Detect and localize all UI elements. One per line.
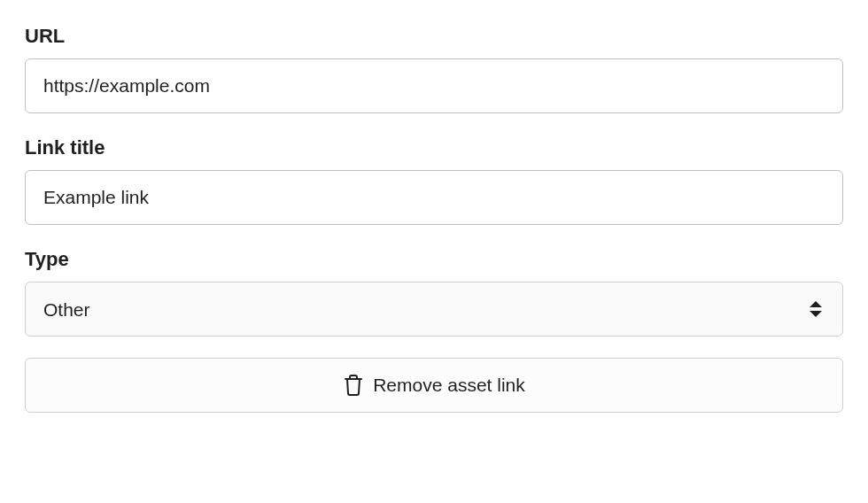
link-title-field-group: Link title [25,136,843,225]
remove-button-label: Remove asset link [373,375,525,396]
type-label: Type [25,248,843,271]
url-input[interactable] [25,58,843,113]
url-field-group: URL [25,25,843,113]
link-title-input[interactable] [25,170,843,225]
type-select[interactable]: Other [25,282,843,337]
link-title-label: Link title [25,136,843,159]
url-label: URL [25,25,843,48]
trash-icon [343,374,364,397]
type-select-wrapper: Other [25,282,843,337]
type-field-group: Type Other [25,248,843,337]
remove-asset-link-button[interactable]: Remove asset link [25,358,843,413]
